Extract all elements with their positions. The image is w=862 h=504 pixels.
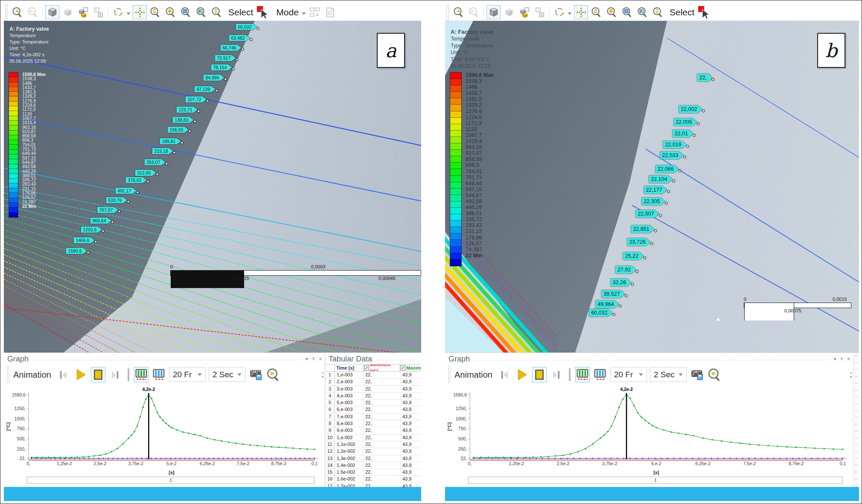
probe-tag[interactable]: 22,951 <box>631 225 654 233</box>
zoom-next-view-button[interactable] <box>467 5 481 19</box>
view-presets-button[interactable] <box>76 5 90 19</box>
isometric-view-button[interactable] <box>45 5 59 19</box>
toolbar-drag-grip[interactable] <box>5 4 8 20</box>
probe-tag[interactable]: 66,746 <box>220 45 241 51</box>
mode-caret-icon[interactable] <box>302 12 306 15</box>
toolbar-drag-grip[interactable] <box>446 4 449 20</box>
zoom-in-button[interactable] <box>605 5 619 19</box>
export-video-button[interactable] <box>690 367 704 382</box>
table-row[interactable]: 33,e-00322,43,9 <box>325 386 421 393</box>
probe-tag[interactable]: 60,032 <box>589 309 612 317</box>
table-row[interactable]: 99,e-00322,43,9 <box>325 427 421 434</box>
close-icon[interactable]: × <box>319 355 322 362</box>
probe-tag[interactable]: 39,527 <box>601 290 625 298</box>
animation-first-frame-button[interactable] <box>497 367 512 382</box>
time-column-header[interactable]: Time [s] <box>335 364 363 371</box>
probe-tag[interactable]: 107,72 <box>185 96 206 103</box>
probe-tag[interactable]: 72,917 <box>215 55 236 61</box>
mode-label[interactable]: Mode <box>276 7 299 17</box>
probe-tag[interactable]: 219,18 <box>152 148 173 154</box>
select-label[interactable]: Select <box>670 7 694 17</box>
frames-dropdown[interactable]: 20 Fr <box>169 367 206 382</box>
probe-tag[interactable]: 22,507 <box>635 210 659 218</box>
result-sets-button[interactable] <box>575 367 590 382</box>
maximum-column-header[interactable]: ✓Maximum [ <box>399 364 421 371</box>
probe-tag[interactable]: 969,64 <box>90 218 111 224</box>
probe-tag[interactable]: 84,996 <box>203 75 224 81</box>
zoom-extents-button[interactable] <box>210 5 224 19</box>
probe-tag[interactable]: 22,002 <box>679 105 702 113</box>
probe-tag[interactable]: 25,22 <box>623 252 644 260</box>
shaded-view-button[interactable] <box>61 5 75 19</box>
probe-tag[interactable]: 23,726 <box>627 238 650 246</box>
probe-tag[interactable]: 633,76 <box>106 197 127 204</box>
table-row[interactable]: 44,e-00322,43,9 <box>325 393 421 399</box>
minimum-column-header[interactable]: ✓Minimum [°C] <box>363 364 399 371</box>
table-row[interactable]: 22,e-00322,43,9 <box>325 379 421 385</box>
table-row[interactable]: 55,e-00322,43,9 <box>325 399 421 406</box>
animation-stop-button[interactable] <box>532 367 547 382</box>
zoom-previous-view-button[interactable] <box>451 5 466 19</box>
panel-splitter-chevrons-icon[interactable]: »▾ <box>321 371 324 379</box>
rotate-options-caret-icon[interactable] <box>568 12 572 15</box>
probe-tag[interactable]: 138,83 <box>172 117 193 123</box>
probe-tag[interactable]: 1590,6 <box>66 248 87 254</box>
animation-play-button[interactable] <box>515 367 529 382</box>
probe-tag[interactable]: 22,01 <box>673 130 693 137</box>
3d-viewport[interactable]: A: Factory valve Temperature Type: Tempe… <box>4 21 421 353</box>
panel-menu-caret-icon[interactable]: ▾ <box>306 356 308 362</box>
pan-button[interactable] <box>574 5 588 19</box>
probe-tag[interactable]: 22,019 <box>663 141 686 149</box>
probe-tag[interactable]: 312,65 <box>135 170 156 176</box>
table-row[interactable]: 77,e-00322,43,9 <box>325 414 421 420</box>
animation-toolbar-grip[interactable] <box>448 366 451 384</box>
table-row[interactable]: 11,e-00322,43,9 <box>325 372 421 379</box>
zoom-selection-button[interactable] <box>635 5 649 19</box>
probe-tag[interactable]: 767,07 <box>97 207 118 213</box>
table-row[interactable]: 131,3e-00222,43,9 <box>325 455 421 462</box>
shaded-view-button[interactable] <box>502 5 516 19</box>
probe-tag[interactable]: 189,81 <box>160 138 181 145</box>
probe-tag[interactable]: 156,55 <box>167 127 188 133</box>
chart-probe-button[interactable] <box>707 367 722 382</box>
probe-tag[interactable]: 22,005 <box>673 118 697 126</box>
seconds-dropdown[interactable]: 2 Sec <box>209 367 245 382</box>
zoom-button[interactable] <box>589 5 603 19</box>
probe-tag[interactable]: 1202,6 <box>81 227 102 233</box>
3d-viewport[interactable]: A: Factory valve Temperature Type: Tempe… <box>445 21 859 353</box>
result-set-slider[interactable]: 1 <box>27 477 315 484</box>
pin-icon[interactable] <box>311 357 316 361</box>
rotate-button[interactable] <box>552 5 566 19</box>
animation-stop-button[interactable] <box>91 367 105 382</box>
result-set-slider[interactable]: 1 <box>468 477 843 484</box>
selection-mode-button[interactable] <box>323 5 338 19</box>
checkbox-checked-icon[interactable]: ✓ <box>400 365 405 370</box>
probe-tag[interactable]: 378,92 <box>125 177 146 184</box>
table-row[interactable]: 161,6e-00222,43,9 <box>325 476 421 483</box>
export-video-button[interactable] <box>248 367 263 382</box>
animation-toolbar-grip[interactable] <box>6 366 9 384</box>
zoom-fit-button[interactable] <box>179 5 193 19</box>
table-row[interactable]: 121,2e-00222,43,9 <box>325 448 421 455</box>
probe-tag[interactable]: 32,26 <box>611 279 631 286</box>
table-row[interactable]: 141,4e-00222,43,9 <box>325 462 421 469</box>
rotate-button[interactable] <box>111 5 125 19</box>
probe-tag[interactable]: 22, <box>697 74 712 82</box>
table-row[interactable]: 111,1e-00222,43,9 <box>325 441 421 448</box>
probe-tag[interactable]: 22,033 <box>660 151 683 159</box>
panel-menu-caret-icon[interactable]: ▾ <box>834 356 836 362</box>
table-row[interactable]: 88,e-00322,43,9 <box>325 420 421 427</box>
checkbox-checked-icon[interactable]: ✓ <box>364 365 369 370</box>
seconds-dropdown[interactable]: 2 Sec <box>650 367 687 382</box>
probe-tag[interactable]: 63,482 <box>229 35 250 41</box>
zoom-fit-button[interactable] <box>620 5 634 19</box>
zoom-extents-button[interactable] <box>651 5 665 19</box>
probe-tag[interactable]: 253,07 <box>144 159 165 166</box>
selection-filter-button[interactable] <box>308 5 322 19</box>
animation-last-frame-button[interactable] <box>108 367 123 382</box>
viewport-layout-button[interactable] <box>91 5 105 19</box>
animation-last-frame-button[interactable] <box>550 367 564 382</box>
probe-tag[interactable]: 22,066 <box>655 165 679 173</box>
view-presets-button[interactable] <box>517 5 531 19</box>
probe-tag[interactable]: 123,71 <box>176 107 197 113</box>
